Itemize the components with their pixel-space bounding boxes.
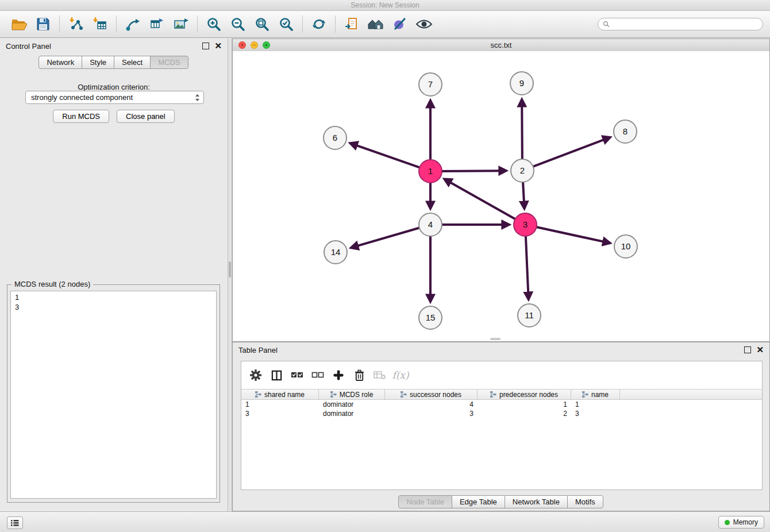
column-header[interactable]: name xyxy=(571,390,620,399)
network-edge[interactable] xyxy=(532,137,610,167)
search-box[interactable] xyxy=(598,18,763,30)
network-from-db-button[interactable] xyxy=(121,13,145,36)
network-edge[interactable] xyxy=(522,100,522,160)
first-neighbors-button[interactable] xyxy=(364,13,388,36)
open-file-button[interactable] xyxy=(7,13,31,36)
gear-icon xyxy=(250,369,261,381)
network-edge[interactable] xyxy=(441,171,506,171)
column-header[interactable]: predecessor nodes xyxy=(478,390,571,399)
network-node[interactable]: 1 xyxy=(419,160,442,183)
tab-mcds[interactable]: MCDS xyxy=(150,56,188,69)
tab-select[interactable]: Select xyxy=(114,56,151,69)
network-node[interactable]: 7 xyxy=(419,73,442,96)
delete-columns-button[interactable] xyxy=(351,367,368,383)
table-cell: 1 xyxy=(571,400,620,408)
table-cell: dominator xyxy=(319,410,385,418)
search-input[interactable] xyxy=(613,20,758,29)
delete-table-button[interactable] xyxy=(371,367,388,383)
close-panel-button-2[interactable]: Close panel xyxy=(117,110,175,123)
zoom-selected-button[interactable] xyxy=(274,13,298,36)
network-edge[interactable] xyxy=(526,235,529,299)
splitter-grip[interactable] xyxy=(229,261,231,277)
style-brush-button[interactable] xyxy=(388,13,412,36)
column-header[interactable]: MCDS role xyxy=(319,390,385,399)
zoom-fit-button[interactable] xyxy=(250,13,274,36)
svg-text:10: 10 xyxy=(621,241,631,251)
table-cell: 3 xyxy=(385,410,478,418)
maximize-window-button[interactable]: + xyxy=(263,41,270,49)
canvas-hscrollbar[interactable] xyxy=(490,338,500,340)
save-session-button[interactable] xyxy=(31,13,55,36)
list-icon xyxy=(11,519,19,526)
deselect-all-rows-button[interactable] xyxy=(309,367,326,383)
memory-button[interactable]: Memory xyxy=(718,516,764,529)
zoom-in-icon xyxy=(206,17,221,32)
minimize-window-button[interactable]: − xyxy=(251,41,258,49)
select-all-rows-button[interactable] xyxy=(288,367,306,383)
import-network-button[interactable] xyxy=(64,13,88,36)
network-node[interactable]: 3 xyxy=(514,213,537,236)
show-panels-button[interactable] xyxy=(7,516,23,529)
refresh-view-button[interactable] xyxy=(307,13,331,36)
criterion-dropdown[interactable]: strongly connected component xyxy=(25,91,204,104)
table-row[interactable]: 1dominator411 xyxy=(241,400,762,409)
deselect-all-icon xyxy=(311,370,324,380)
tab-node-table[interactable]: Node Table xyxy=(398,495,452,508)
add-column-button[interactable] xyxy=(330,367,347,383)
network-node[interactable]: 11 xyxy=(518,304,541,327)
zoom-in-button[interactable] xyxy=(202,13,226,36)
node-table-container: f(x) shared nameMCDS rolesuccessor nodes… xyxy=(241,361,763,490)
network-node[interactable]: 6 xyxy=(324,126,346,149)
close-window-button[interactable]: × xyxy=(238,41,246,49)
network-node[interactable]: 10 xyxy=(614,235,637,258)
mcds-result-item[interactable]: 1 xyxy=(11,292,216,302)
network-edge[interactable] xyxy=(445,179,516,219)
column-header[interactable]: successor nodes xyxy=(385,390,478,399)
close-panel-button[interactable]: ✕ xyxy=(214,43,222,49)
float-table-panel-button[interactable] xyxy=(744,346,751,353)
trash-icon xyxy=(354,369,365,381)
vertical-splitter[interactable] xyxy=(228,38,232,511)
duplicate-view-button[interactable] xyxy=(340,13,364,36)
tab-edge-table[interactable]: Edge Table xyxy=(452,495,505,508)
network-node[interactable]: 2 xyxy=(511,159,534,182)
tab-style[interactable]: Style xyxy=(82,56,114,69)
close-table-panel-button[interactable]: ✕ xyxy=(756,346,764,353)
export-image-button[interactable] xyxy=(169,13,193,36)
node-table-body: 1dominator4113dominator323 xyxy=(241,400,762,418)
tab-motifs[interactable]: Motifs xyxy=(567,495,603,508)
network-edge[interactable] xyxy=(523,181,525,208)
graphics-details-button[interactable] xyxy=(412,13,436,36)
table-settings-button[interactable] xyxy=(247,367,264,383)
column-header[interactable]: shared name xyxy=(241,390,319,399)
network-node[interactable]: 9 xyxy=(510,72,533,95)
network-edge[interactable] xyxy=(536,227,610,243)
network-node[interactable]: 14 xyxy=(324,241,347,264)
tab-network[interactable]: Network xyxy=(38,56,82,69)
column-type-icon xyxy=(330,391,337,398)
network-graph[interactable]: 7968124314101511 xyxy=(233,51,769,341)
mcds-result-item[interactable]: 3 xyxy=(11,302,216,312)
svg-text:14: 14 xyxy=(331,247,341,257)
export-table-button[interactable] xyxy=(145,13,169,36)
run-mcds-button[interactable]: Run MCDS xyxy=(53,110,109,123)
dropdown-arrows-icon xyxy=(195,94,203,102)
columns-icon xyxy=(271,370,282,381)
fx-icon: f(x) xyxy=(392,369,409,381)
table-cell: 3 xyxy=(241,410,319,418)
node-table-header: shared nameMCDS rolesuccessor nodesprede… xyxy=(241,389,762,400)
zoom-out-button[interactable] xyxy=(226,13,250,36)
function-builder-button[interactable]: f(x) xyxy=(392,367,409,383)
mcds-result-list: 13 xyxy=(10,291,217,499)
import-table-button[interactable] xyxy=(88,13,112,36)
network-canvas[interactable]: 7968124314101511 xyxy=(233,51,769,341)
network-node[interactable]: 4 xyxy=(419,213,442,236)
float-panel-button[interactable] xyxy=(202,43,209,49)
network-edge[interactable] xyxy=(352,228,421,248)
column-chooser-button[interactable] xyxy=(268,367,285,383)
network-node[interactable]: 15 xyxy=(419,306,442,329)
network-node[interactable]: 8 xyxy=(614,120,637,143)
table-row[interactable]: 3dominator323 xyxy=(241,409,762,418)
tab-network-table[interactable]: Network Table xyxy=(505,495,568,508)
network-edge[interactable] xyxy=(351,144,421,168)
